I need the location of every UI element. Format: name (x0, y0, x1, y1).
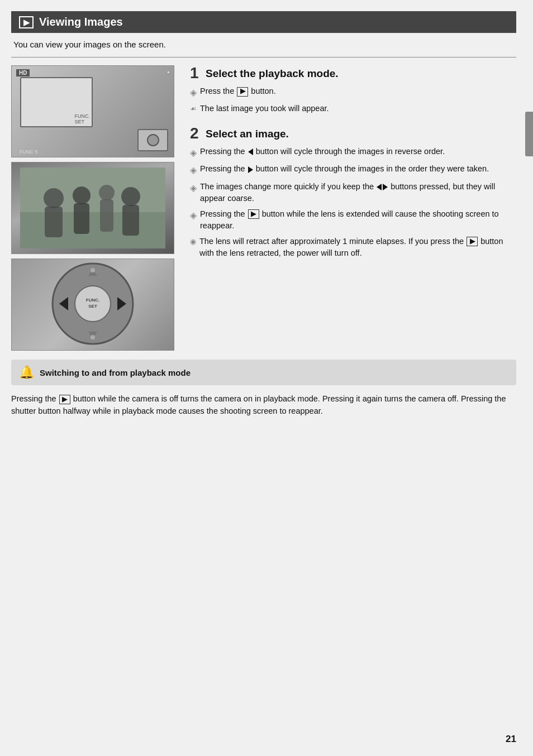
step2-bullet3-text: The images change more quickly if you ke… (200, 181, 516, 204)
tip-content: Switching to and from playback mode (40, 368, 191, 377)
step-2: 2 Select an image. ◈ Pressing the button… (190, 126, 516, 259)
svg-text:SET: SET (88, 304, 97, 309)
instructions-column: 1 Select the playback mode. ◈ Press the … (179, 65, 516, 351)
svg-rect-9 (122, 205, 139, 236)
step1-header: 1 Select the playback mode. (190, 65, 516, 81)
step2-bullet5-text: The lens will retract after approximatel… (199, 236, 516, 259)
screen-text: FUNC.SET (75, 113, 91, 125)
step1-bullets: ◈ Press the ▶ button. ☙ The last image y… (190, 85, 516, 114)
section-title: Viewing Images (39, 16, 123, 28)
tip-section: 🔔 Switching to and from playback mode (11, 360, 516, 385)
bullet-icon-2: ☙ (190, 104, 197, 114)
photo1-bg: HD • FUNC.SET FUNC 5 (12, 66, 174, 157)
button-text: button. (251, 87, 275, 95)
svg-point-6 (99, 185, 115, 200)
step2-bullet1-text: Pressing the button will cycle through t… (200, 146, 445, 157)
step2-bullet4-text: Pressing the ▶ button while the lens is … (200, 208, 516, 232)
lr-arrows-container (376, 184, 388, 190)
step2-bullet-1: ◈ Pressing the button will cycle through… (190, 146, 516, 159)
step1-title: Select the playback mode. (206, 65, 339, 80)
left-arrow-icon (248, 149, 253, 155)
tip-title: Switching to and from playback mode (40, 368, 191, 377)
lr-right-icon (383, 184, 388, 190)
photo1-bottom-text: FUNC 5 (20, 149, 38, 155)
playback-btn-tip: ▶ (59, 395, 70, 404)
svg-point-8 (121, 187, 140, 206)
step1-bullet2-text: The last image you took will appear. (200, 103, 329, 114)
divider (11, 57, 516, 58)
nav-circle-container: FUNC. SET (48, 259, 137, 350)
svg-rect-1 (20, 168, 165, 212)
photo-3: FUNC. SET (11, 259, 174, 351)
bullet-icon-s2-4: ◈ (190, 209, 197, 222)
step2-bullet-5: ◉ The lens will retract after approximat… (190, 236, 516, 259)
step1-bullet1-text: Press the ▶ button. (200, 85, 276, 97)
playback-btn-inline-2: ▶ (248, 209, 259, 219)
svg-rect-7 (100, 199, 113, 232)
svg-point-19 (91, 335, 95, 339)
nav-diagram: FUNC. SET (12, 259, 174, 350)
right-arrow-icon (248, 166, 253, 173)
images-column: HD • FUNC.SET FUNC 5 (11, 65, 179, 351)
photo1-indicator: • (167, 69, 169, 75)
photo-2 (11, 162, 174, 254)
bullet-icon-s2-1: ◈ (190, 146, 197, 159)
step1-bullet-2: ☙ The last image you took will appear. (190, 103, 516, 114)
camera-lens (147, 134, 159, 146)
bullet-icon-s2-2: ◈ (190, 164, 197, 176)
playback-btn-inline: ▶ (237, 87, 248, 97)
svg-point-18 (91, 268, 95, 272)
svg-text:FUNC.: FUNC. (86, 298, 99, 303)
section-header: ▶ Viewing Images (11, 11, 516, 33)
step-1: 1 Select the playback mode. ◈ Press the … (190, 65, 516, 114)
bullet-icon-1: ◈ (190, 86, 197, 99)
page-tab (525, 112, 533, 156)
bullet-icon-s2-5: ◉ (190, 237, 196, 247)
svg-rect-3 (45, 207, 63, 237)
step2-bullet-4: ◈ Pressing the ▶ button while the lens i… (190, 208, 516, 232)
step2-bullet-3: ◈ The images change more quickly if you … (190, 181, 516, 204)
playback-icon: ▶ (19, 16, 34, 28)
intro-text: You can view your images on the screen. (11, 40, 516, 49)
photo-1: HD • FUNC.SET FUNC 5 (11, 65, 174, 157)
step2-number: 2 (190, 126, 201, 141)
nav-svg: FUNC. SET (48, 259, 137, 348)
step2-bullets: ◈ Pressing the button will cycle through… (190, 146, 516, 259)
step2-header: 2 Select an image. (190, 126, 516, 141)
lr-left-icon (377, 184, 382, 190)
tip-icon: 🔔 (19, 365, 34, 380)
photo1-overlay: HD (16, 69, 30, 76)
bullet-icon-s2-3: ◈ (190, 181, 197, 194)
step2-bullet-2: ◈ Pressing the button will cycle through… (190, 163, 516, 176)
photo2-svg (20, 168, 165, 248)
tip-body-text: Pressing the ▶ button while the camera i… (11, 393, 516, 418)
playback-btn-inline-3: ▶ (467, 237, 478, 246)
camera-screen: FUNC.SET (20, 77, 93, 127)
page: ▶ Viewing Images You can view your image… (0, 0, 533, 756)
photo2-bg (12, 162, 174, 253)
step1-bullet-1: ◈ Press the ▶ button. (190, 85, 516, 99)
step1-number: 1 (190, 65, 201, 81)
press-text: Press the (200, 87, 236, 95)
step2-bullet2-text: Pressing the button will cycle through t… (200, 163, 489, 175)
main-content: HD • FUNC.SET FUNC 5 (11, 65, 516, 351)
page-number: 21 (506, 734, 516, 745)
svg-point-4 (73, 186, 91, 204)
svg-point-2 (44, 188, 64, 208)
svg-rect-5 (74, 203, 89, 234)
photo1-camera (137, 129, 168, 151)
step2-title: Select an image. (206, 126, 289, 140)
